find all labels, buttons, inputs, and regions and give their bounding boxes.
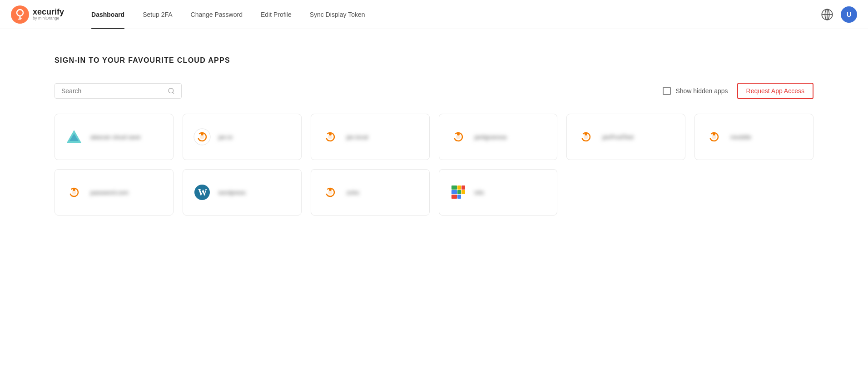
- nav-links: Dashboard Setup 2FA Change Password Edit…: [82, 0, 821, 29]
- app-card-jan-local[interactable]: jan.local: [311, 114, 430, 160]
- svg-point-17: [201, 133, 203, 135]
- svg-point-32: [73, 188, 75, 191]
- svg-rect-39: [457, 185, 461, 190]
- app-card-jan-io[interactable]: jan.io: [183, 114, 302, 160]
- toolbar-right: Show hidden apps Request App Access: [663, 83, 813, 99]
- app-name-info: info: [475, 189, 548, 196]
- svg-rect-38: [451, 185, 457, 190]
- nav-sync-display-token[interactable]: Sync Display Token: [301, 0, 374, 29]
- app-card-password-com[interactable]: password.com: [55, 169, 174, 216]
- svg-rect-2: [20, 15, 21, 20]
- app-name-jan-io: jan.io: [218, 134, 292, 140]
- app-name-password-com: password.com: [90, 189, 164, 196]
- nav-change-password[interactable]: Change Password: [182, 0, 252, 29]
- logo-main-text: xecurify: [33, 8, 64, 17]
- search-input[interactable]: [61, 87, 164, 95]
- app-card-wordpress[interactable]: W wordpress: [183, 169, 302, 216]
- app-card-janprodtest[interactable]: janProdTest: [566, 114, 685, 160]
- svg-rect-41: [451, 190, 457, 194]
- app-card-alascan[interactable]: alascan cloud save: [55, 114, 174, 160]
- request-access-button[interactable]: Request App Access: [737, 83, 813, 99]
- search-box[interactable]: [55, 83, 182, 99]
- svg-rect-44: [451, 195, 457, 199]
- svg-point-23: [457, 133, 460, 135]
- svg-rect-45: [457, 195, 461, 199]
- svg-point-29: [713, 133, 715, 135]
- user-avatar[interactable]: U: [841, 6, 857, 23]
- logo[interactable]: xecurify by miniOrange: [11, 5, 64, 24]
- app-icon-info: [448, 182, 468, 202]
- svg-rect-43: [461, 190, 465, 194]
- svg-line-10: [173, 92, 174, 94]
- svg-text:W: W: [198, 187, 207, 197]
- app-icon-janprodtest: [576, 127, 596, 147]
- show-hidden-apps-label[interactable]: Show hidden apps: [663, 87, 728, 95]
- navbar: xecurify by miniOrange Dashboard Setup 2…: [0, 0, 868, 29]
- logo-text: xecurify by miniOrange: [33, 8, 64, 21]
- show-hidden-checkbox[interactable]: [663, 87, 671, 95]
- svg-rect-42: [457, 190, 461, 194]
- logo-sub-text: by miniOrange: [33, 16, 64, 21]
- app-icon-wordpress: W: [192, 182, 212, 202]
- nav-right: U: [821, 6, 857, 23]
- toolbar: Show hidden apps Request App Access: [55, 83, 813, 99]
- svg-rect-4: [18, 19, 19, 20]
- app-icon-jantigranosa: [448, 127, 468, 147]
- nav-dashboard[interactable]: Dashboard: [82, 0, 134, 29]
- app-name-zoho: zoho: [347, 189, 420, 196]
- app-icon-password-com: [64, 182, 84, 202]
- app-name-jantigranosa: jantigranosa: [475, 134, 548, 140]
- nav-setup-2fa[interactable]: Setup 2FA: [134, 0, 181, 29]
- page-title: SIGN-IN TO YOUR FAVOURITE CLOUD APPS: [55, 56, 813, 65]
- svg-point-26: [585, 133, 587, 135]
- app-icon-moobile: [704, 127, 724, 147]
- xecurify-logo-icon: [11, 5, 29, 24]
- app-card-info[interactable]: info: [439, 169, 558, 216]
- app-grid: alascan cloud save jan.io: [55, 114, 813, 216]
- svg-point-20: [329, 133, 332, 135]
- app-card-zoho[interactable]: zoho: [311, 169, 430, 216]
- search-icon: [168, 87, 175, 95]
- app-card-jantigranosa[interactable]: jantigranosa: [439, 114, 558, 160]
- app-name-jan-local: jan.local: [347, 134, 420, 140]
- app-card-moobile[interactable]: moobile: [694, 114, 813, 160]
- app-icon-alascan: [64, 127, 84, 147]
- svg-point-0: [11, 5, 29, 24]
- show-hidden-text: Show hidden apps: [675, 87, 728, 95]
- app-icon-jan-local: [320, 127, 340, 147]
- globe-icon[interactable]: [821, 8, 833, 21]
- svg-rect-3: [20, 18, 22, 19]
- app-icon-jan-io: [192, 127, 212, 147]
- svg-point-37: [329, 188, 332, 191]
- app-name-moobile: moobile: [730, 134, 804, 140]
- svg-rect-40: [461, 185, 465, 190]
- nav-edit-profile[interactable]: Edit Profile: [252, 0, 301, 29]
- main-content: SIGN-IN TO YOUR FAVOURITE CLOUD APPS Sho…: [0, 29, 868, 234]
- app-name-alascan: alascan cloud save: [90, 134, 164, 140]
- app-name-wordpress: wordpress: [218, 189, 292, 196]
- app-name-janprodtest: janProdTest: [602, 134, 676, 140]
- app-icon-zoho: [320, 182, 340, 202]
- svg-point-9: [169, 88, 174, 93]
